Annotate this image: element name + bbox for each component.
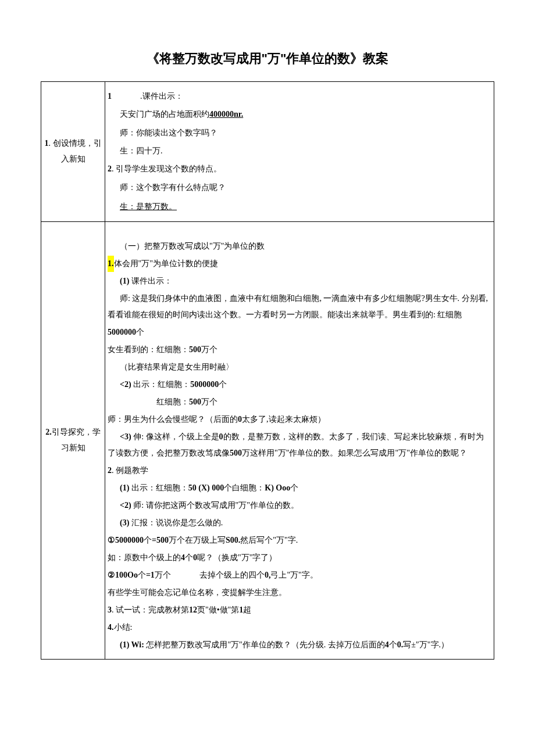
table-row: 1. 创设情境，引入新知 1 .课件出示： 天安门广场的占地面积约400000n… (41, 81, 494, 221)
num: <3) (120, 432, 131, 441)
text: 超 (243, 605, 251, 614)
text: 小结: (114, 623, 133, 632)
line: 师：男生为什么会慢些呢？（后面的0太多了,读起来太麻烦） (108, 411, 491, 428)
num: 3 (108, 605, 112, 614)
text: 天安门广场的占地面积约 (120, 110, 209, 119)
highlight-num: 1. (108, 256, 114, 272)
num: 1 (108, 92, 112, 101)
num: 5000000 (108, 328, 136, 336)
num: (1) (120, 277, 129, 285)
num: (3) (120, 518, 129, 527)
line: 师: 这是我们身体中的血液图，血液中有红细胞和白细胞, 一滴血液中有多少红细胞呢… (108, 291, 491, 323)
line: 1 .课件出示： (108, 88, 491, 105)
text: 个 (144, 536, 152, 544)
line: 4.小结: (108, 619, 491, 636)
line: 生：是整万数。 (108, 198, 177, 215)
line: <3) 伸: 像这样，个级上全是0的数，是整万数，这样的数。太多了，我们读、写起… (108, 429, 491, 461)
text: 写±″万"字.） (403, 640, 449, 649)
text: 呢？（换成"万"字了） (197, 553, 277, 562)
num: 5000000 (190, 380, 219, 389)
text: 体会用"万"为单位计数的便捷 (114, 259, 218, 268)
label-num: 2. (45, 428, 52, 436)
line: 红细胞：500万个 (108, 394, 491, 410)
area-number: 400000nr. (209, 110, 243, 119)
num: 12 (189, 605, 197, 614)
text: 个 (290, 483, 298, 492)
text: 个白细胞： (224, 483, 265, 492)
line: 5000000个 (108, 324, 491, 341)
text: 师: 请你把这两个数改写成用"万"作单位的数。 (131, 501, 299, 510)
text: 汇报：说说你是怎么做的. (129, 518, 223, 527)
text: 万个 (201, 345, 217, 354)
num: (1) (120, 483, 129, 492)
num: 0, (265, 571, 271, 579)
line: 女生看到的：红细胞：500万个 (108, 342, 491, 358)
num: =500 (152, 536, 169, 544)
num: 500 (189, 397, 201, 406)
line: (1) 出示：红细胞：50 (X) 000个白细胞：K) Ooo个 (108, 480, 491, 496)
num: <2) (120, 380, 131, 389)
text: 女生看到的：红细胞： (108, 345, 189, 354)
line: 3. 试一试：完成教材第12页"做•做"第1超 (108, 602, 491, 618)
num: 4. (108, 623, 114, 632)
num: K) Ooo (265, 483, 290, 492)
line: 生：四十万. (108, 142, 491, 159)
text: 师: 这是我们身体中的血液图，血液中有红细胞和白细胞, 一滴血液中有多少红细胞呢… (108, 294, 488, 319)
line: ①5000000个=500万个在万级上写S00.然后写个"万"字. (108, 532, 491, 549)
text: 弓上"万"字。 (270, 571, 318, 579)
table-row: 2.引导探究，学习新知 （一）把整万数改写成以"万"为单位的数 1.体会用"万"… (41, 221, 494, 659)
text: 出示：红细胞： (129, 483, 188, 492)
line: 有些学生可能会忘记单位名称，变提解学生注意。 (108, 585, 491, 601)
row2-content: （一）把整万数改写成以"万"为单位的数 1.体会用"万"为单位计数的便捷 (1)… (105, 221, 494, 659)
num: ①5000000 (108, 536, 144, 544)
text: 个 (185, 553, 193, 562)
line: （比赛结果肯定是女生用时融〉 (108, 359, 491, 375)
label-num: 1 (45, 139, 49, 148)
num: 0 (219, 432, 223, 441)
text: 个 (219, 380, 227, 389)
line: <2) 出示：红细胞：5000000个 (108, 377, 491, 393)
num: (1) Wi: (120, 640, 144, 649)
text: 如：原数中个级上的 (108, 553, 181, 562)
text: 页"做•做"第 (197, 605, 239, 614)
lesson-table: 1. 创设情境，引入新知 1 .课件出示： 天安门广场的占地面积约400000n… (41, 81, 494, 660)
num: ②100Oo (108, 571, 138, 579)
text: 个 (136, 328, 144, 336)
line: 师：你能读出这个数字吗？ (108, 124, 491, 141)
num: 4 (181, 553, 185, 562)
num: 0. (397, 640, 404, 649)
num: 0 (238, 415, 242, 424)
line: 师：这个数字有什么特点呢？ (108, 179, 491, 196)
text: 太多了,读起来太麻烦） (242, 415, 326, 424)
text: 万个 (201, 397, 217, 406)
text: 课件出示： (129, 277, 172, 285)
num: 50 (X) 000 (188, 483, 224, 492)
line: (1) Wi: 怎样把整万数改写成用"万"作单位的数？（先分级. 去掉万位后面的… (108, 637, 491, 653)
text: 出示：红细胞： (131, 380, 191, 389)
text: 怎样把整万数改写成用"万"作单位的数？（先分级. 去掉万位后面的 (144, 640, 385, 649)
text: . 试一试：完成教材第 (112, 605, 189, 614)
num: 500 (230, 449, 242, 457)
text: 师：男生为什么会慢些呢？（后面的 (108, 415, 238, 424)
text: . 引导学生发现这个数的特点。 (112, 164, 222, 173)
row1-content: 1 .课件出示： 天安门广场的占地面积约400000nr. 师：你能读出这个数字… (105, 81, 494, 221)
line: ②100Oo个=1万个 去掉个级上的四个0,弓上"万"字。 (108, 567, 491, 583)
line: (3) 汇报：说说你是怎么做的. (108, 515, 491, 531)
num: 2 (108, 164, 112, 173)
text: 然后写个"万"字. (240, 536, 298, 544)
line: 2. 例题教学 (108, 463, 491, 479)
line: 天安门广场的占地面积约400000nr. (108, 106, 491, 123)
num: 4 (385, 640, 389, 649)
text: 个 (389, 640, 397, 649)
num: 0 (193, 553, 197, 562)
line: 2. 引导学生发现这个数的特点。 (108, 160, 491, 177)
text: 万个在万级上写 (169, 536, 226, 544)
row2-label: 2.引导探究，学习新知 (41, 221, 105, 659)
num: <2) (120, 501, 131, 510)
text: 红细胞： (156, 397, 189, 406)
line: (1) 课件出示： (108, 273, 491, 289)
row1-label: 1. 创设情境，引入新知 (41, 81, 105, 221)
text: 个 (138, 571, 146, 579)
line: <2) 师: 请你把这两个数改写成用"万"作单位的数。 (108, 497, 491, 514)
num: 2 (108, 466, 112, 475)
